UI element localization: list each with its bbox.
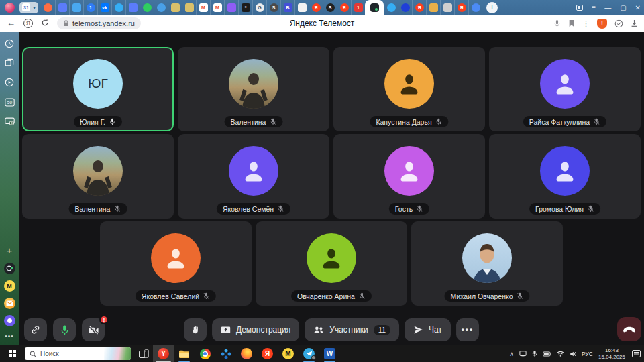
tab-favicon[interactable]: Я: [337, 0, 351, 15]
mail-app-icon[interactable]: [4, 298, 15, 309]
participant-tile[interactable]: ЮГЮлия Г.: [22, 47, 174, 131]
tab-favicon[interactable]: M: [196, 0, 210, 15]
tab-favicon[interactable]: [41, 0, 55, 15]
tray-volume-icon[interactable]: [570, 351, 576, 357]
taskbar-clock[interactable]: 16:43 15.04.2025: [598, 347, 625, 361]
participant-tile[interactable]: Яковлев Савелий: [100, 221, 252, 306]
add-app-icon[interactable]: +: [7, 245, 13, 256]
tab-favicon[interactable]: *: [238, 0, 252, 15]
browser-menu-icon[interactable]: [5, 3, 15, 13]
alice-app-icon[interactable]: [4, 315, 15, 326]
counter-50-badge[interactable]: 50: [4, 97, 15, 107]
tab-calendar[interactable]: 31 ▾: [19, 2, 38, 13]
tab-favicon[interactable]: G: [252, 0, 266, 15]
tab-favicon[interactable]: [468, 0, 482, 15]
tab-favicon[interactable]: [426, 0, 440, 15]
tray-chevron-icon[interactable]: ∧: [509, 351, 514, 357]
bookmark-icon[interactable]: [568, 19, 575, 27]
start-button[interactable]: [3, 345, 21, 362]
taskbar-app-telegram[interactable]: [299, 345, 319, 362]
tab-favicon[interactable]: Я: [309, 0, 323, 15]
video-icon[interactable]: [4, 77, 15, 88]
tab-favicon[interactable]: M: [210, 0, 224, 15]
more-options-button[interactable]: •••: [456, 318, 479, 341]
side-panel-icon[interactable]: [576, 5, 583, 11]
protect-warning-icon[interactable]: !: [597, 19, 607, 29]
chat-button[interactable]: Чат: [405, 318, 451, 341]
tray-wifi-icon[interactable]: [557, 351, 564, 357]
tab-favicon[interactable]: [154, 0, 168, 15]
tab-favicon[interactable]: [69, 0, 83, 15]
microphone-button[interactable]: [53, 318, 76, 341]
tab-favicon[interactable]: vk: [97, 0, 111, 15]
participant-tile[interactable]: Райса Фаткуллина: [489, 47, 641, 131]
address-bar[interactable]: telemost.yandex.ru: [57, 17, 141, 29]
tab-favicon[interactable]: 1: [351, 0, 365, 15]
taskbar-app-explorer[interactable]: [174, 345, 195, 362]
tab-favicon[interactable]: [440, 0, 454, 15]
end-call-button[interactable]: [617, 317, 641, 341]
tray-mic-icon[interactable]: [532, 350, 537, 357]
screencast-icon[interactable]: [4, 116, 15, 127]
tab-favicon[interactable]: [398, 0, 412, 15]
tab-favicon[interactable]: 1: [83, 0, 97, 15]
protect-check-icon[interactable]: [614, 19, 623, 28]
language-indicator[interactable]: РУС: [582, 351, 593, 357]
participant-tile[interactable]: Громова Юлия: [489, 134, 641, 219]
m-app-icon[interactable]: M: [4, 280, 15, 292]
tab-favicon[interactable]: B: [280, 0, 294, 15]
participant-tile[interactable]: Валентина: [22, 134, 174, 219]
screen-share-button[interactable]: Демонстрация: [212, 318, 299, 341]
tab-telemost-active[interactable]: [365, 0, 384, 15]
tab-favicon[interactable]: [224, 0, 238, 15]
tab-favicon[interactable]: [55, 0, 69, 15]
copy-link-button[interactable]: [24, 318, 47, 341]
taskbar-app-chrome[interactable]: [195, 345, 215, 362]
taskbar-app-yandex[interactable]: Я: [257, 345, 278, 362]
raise-hand-button[interactable]: [184, 318, 207, 341]
tab-favicon[interactable]: S: [323, 0, 337, 15]
taskbar-app-m-app[interactable]: M: [278, 345, 299, 362]
history-icon[interactable]: [4, 38, 15, 49]
tab-favicon[interactable]: [140, 0, 154, 15]
taskbar-app-word[interactable]: W: [319, 345, 340, 362]
profile-icon[interactable]: Я: [23, 19, 33, 28]
minimize-button[interactable]: —: [604, 4, 611, 11]
new-tab-button[interactable]: +: [486, 2, 498, 13]
taskbar-app-blue-app[interactable]: [215, 345, 236, 362]
collections-icon[interactable]: [4, 58, 15, 68]
telemost-app-icon[interactable]: [4, 263, 15, 274]
maximize-button[interactable]: ▢: [620, 4, 626, 11]
tab-favicon[interactable]: [168, 0, 182, 15]
participant-tile[interactable]: Капустина Дарья: [333, 47, 485, 131]
tab-favicon[interactable]: [125, 0, 140, 15]
camera-button[interactable]: !: [82, 318, 105, 341]
tab-favicon[interactable]: Я: [412, 0, 426, 15]
tab-favicon[interactable]: [182, 0, 196, 15]
reload-button[interactable]: [41, 19, 49, 28]
close-button[interactable]: ✕: [635, 4, 641, 11]
tab-favicon[interactable]: Я: [454, 0, 468, 15]
tab-favicon[interactable]: [294, 0, 309, 15]
extensions-dots-icon[interactable]: ⋮: [582, 19, 590, 28]
download-icon[interactable]: [631, 19, 638, 27]
participant-tile[interactable]: Михаил Овчаренко: [411, 221, 563, 306]
tab-favicon[interactable]: [111, 0, 125, 15]
sidebar-more-icon[interactable]: •••: [5, 333, 14, 340]
participant-tile[interactable]: Гость: [333, 134, 485, 219]
tray-battery-icon[interactable]: [543, 351, 551, 357]
taskbar-search[interactable]: Поиск: [25, 347, 131, 360]
browser-menu-lines-icon[interactable]: ≡: [592, 4, 596, 11]
chevron-down-icon[interactable]: ▾: [33, 5, 36, 11]
tab-favicon[interactable]: [384, 0, 398, 15]
participants-button[interactable]: Участники 11: [305, 318, 399, 341]
back-button[interactable]: ←: [7, 19, 15, 27]
task-view-icon[interactable]: [139, 349, 149, 358]
taskbar-app-yandex-browser[interactable]: Y: [153, 345, 174, 362]
tray-device-icon[interactable]: [519, 351, 527, 357]
participant-tile[interactable]: Яковлев Семён: [178, 134, 329, 219]
tab-favicon[interactable]: S: [266, 0, 280, 15]
notification-center-icon[interactable]: [632, 350, 641, 357]
mic-permission-icon[interactable]: [553, 19, 561, 28]
participant-tile[interactable]: Овчаренко Арина: [256, 221, 407, 306]
